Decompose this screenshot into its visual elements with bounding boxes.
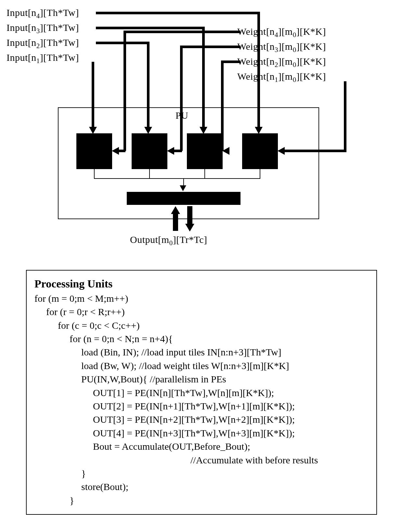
wire-w-n2-h1: [221, 60, 240, 63]
wire-in-n4-v: [257, 12, 260, 129]
code-line: for (c = 0;c < C;c++): [34, 319, 369, 332]
pe-2: [132, 133, 167, 169]
wire-in-n2-h: [96, 42, 150, 44]
wire-in-n1-arrow: [89, 127, 97, 134]
code-line: }: [34, 467, 369, 480]
pe-1: [76, 133, 112, 169]
pe-4: [242, 133, 278, 169]
code-line: load (Bin, IN); //load input tiles IN[n:…: [34, 345, 369, 359]
wire-w-n4-v: [124, 31, 126, 151]
code-line: store(Bout);: [34, 480, 369, 493]
pu-diagram: Input[n4][Th*Tw] Input[n3][Th*Tw] Input[…: [6, 7, 396, 257]
wire-w-n4-h1: [124, 31, 240, 33]
input-label-n2: Input[n2][Th*Tw]: [6, 37, 79, 50]
code-line: OUT[1] = PE(IN[n][Th*Tw],W[n][m][K*K]);: [34, 386, 369, 399]
weight-label-n1: Weight[n1][m0][K*K]: [237, 71, 326, 84]
wire-in-n3-v: [202, 27, 205, 129]
code-line: PU(IN,W,Bout){ //parallelism in PEs: [34, 372, 369, 386]
output-down-arrow: [185, 224, 194, 232]
wire-in-n3-arrow: [200, 127, 207, 134]
output-up-shaft: [173, 212, 178, 231]
wire-w-n2-arrow: [222, 147, 229, 155]
wire-in-n1-v: [92, 62, 94, 129]
wire-w-n4-arrow: [112, 147, 119, 155]
pseudocode-box: Processing Units for (m = 0;m < M;m++) f…: [26, 270, 377, 515]
code-line: load (Bw, W); //load weight tiles W[n:n+…: [34, 359, 369, 372]
code-line: for (n = 0;n < N;n = n+4){: [34, 332, 369, 345]
wire-in-n2-v: [147, 42, 150, 129]
code-line: for (m = 0;m < M;m++): [34, 292, 369, 305]
output-label: Output[m0][Tr*Tc]: [130, 234, 207, 247]
wire-w-n1-v: [344, 81, 346, 150]
wire-in-n4-h: [96, 12, 260, 14]
wire-w-n2-v: [221, 60, 224, 151]
pe3-drop: [204, 169, 205, 179]
weight-label-n3: Weight[n3][m0][K*K]: [237, 41, 326, 54]
weight-label-n2: Weight[n2][m0][K*K]: [237, 56, 326, 69]
code-line: OUT[2] = PE(IN[n+1][Th*Tw],W[n+1][m][K*K…: [34, 399, 369, 413]
pe4-drop: [260, 169, 260, 179]
code-line: }: [34, 494, 369, 507]
input-label-n1: Input[n1][Th*Tw]: [6, 52, 79, 65]
wire-w-n3-h1: [180, 46, 240, 48]
wire-w-n3-arrow: [167, 147, 174, 155]
input-label-n3: Input[n3][Th*Tw]: [6, 22, 79, 35]
pe1-drop: [94, 169, 95, 179]
code-line: OUT[3] = PE(IN[n+2][Th*Tw],W[n+2][m][K*K…: [34, 413, 369, 426]
input-label-n4: Input[n4][Th*Tw]: [6, 7, 79, 20]
output-down-shaft: [187, 206, 192, 225]
wire-in-n3-h: [96, 27, 205, 29]
code-line: //Accumulate with before results: [34, 453, 369, 467]
wire-w-n1-h: [283, 150, 346, 152]
wire-w-n3-v: [180, 46, 183, 151]
pe-3: [187, 133, 223, 169]
code-line: OUT[4] = PE(IN[n+3][Th*Tw],W[n+3][m][K*K…: [34, 426, 369, 440]
code-line: Bout = Accumulate(OUT,Before_Bout);: [34, 440, 369, 453]
wire-in-n4-arrow: [255, 127, 263, 134]
accumulator: [127, 192, 240, 205]
output-up-arrow: [171, 206, 180, 214]
wire-w-n1-arrow: [278, 147, 285, 155]
pseudocode-title: Processing Units: [34, 276, 369, 292]
code-line: for (r = 0;r < R;r++): [34, 305, 369, 318]
pe-bus: [94, 178, 260, 179]
wire-in-n2-arrow: [144, 127, 152, 134]
bus-arrow: [180, 185, 186, 191]
weight-label-n4: Weight[n4][m0][K*K]: [237, 26, 326, 39]
pe2-drop: [149, 169, 150, 179]
